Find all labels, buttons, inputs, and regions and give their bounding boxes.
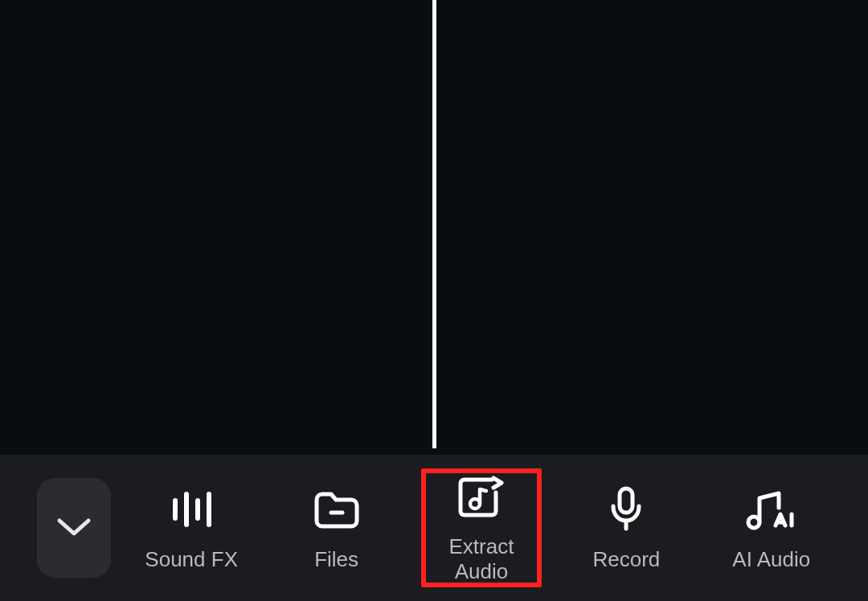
collapse-button[interactable] (37, 478, 111, 578)
toolbar-item-label: Sound FX (145, 547, 238, 572)
record-button[interactable]: Record (566, 468, 686, 587)
timeline-area[interactable] (0, 0, 868, 455)
toolbar-items: Sound FX Files Extract Audio (111, 455, 868, 601)
svg-rect-6 (620, 489, 633, 513)
sound-fx-icon (167, 486, 215, 533)
ai-audio-icon (745, 486, 798, 533)
playhead[interactable] (432, 0, 436, 448)
extract-audio-button[interactable]: Extract Audio (421, 468, 542, 587)
mic-icon (607, 486, 645, 533)
toolbar-item-label: AI Audio (732, 547, 810, 572)
toolbar-item-label: Files (314, 547, 358, 572)
folder-icon (312, 486, 362, 533)
extract-audio-icon (457, 475, 506, 520)
sound-fx-button[interactable]: Sound FX (131, 468, 252, 587)
chevron-down-icon (56, 517, 92, 538)
audio-toolbar: Sound FX Files Extract Audio (0, 455, 868, 601)
files-button[interactable]: Files (276, 468, 397, 587)
toolbar-item-label: Extract Audio (449, 534, 514, 584)
ai-audio-button[interactable]: AI Audio (711, 468, 832, 587)
toolbar-item-label: Record (592, 547, 660, 572)
